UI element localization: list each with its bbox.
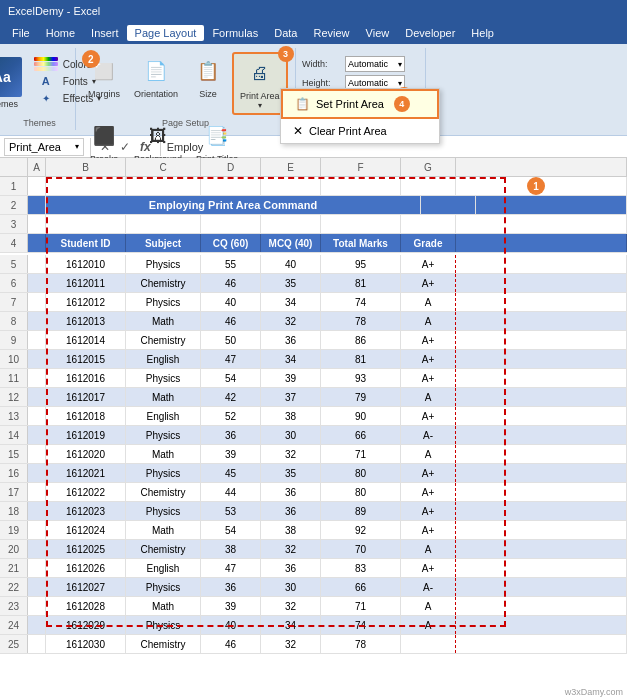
cell-subject[interactable]: Math (126, 597, 201, 615)
cell[interactable] (28, 483, 46, 501)
cell[interactable] (28, 578, 46, 596)
cell[interactable] (456, 521, 627, 539)
cell-mcq[interactable]: 32 (261, 445, 321, 463)
cell-subject[interactable]: English (126, 350, 201, 368)
cell-mcq[interactable]: 32 (261, 540, 321, 558)
col-header-subject[interactable]: Subject (126, 234, 201, 252)
cell[interactable] (28, 369, 46, 387)
cell-total[interactable]: 80 (321, 483, 401, 501)
cell-grade[interactable]: A+ (401, 407, 456, 425)
cell[interactable] (456, 616, 627, 634)
cell[interactable] (28, 196, 46, 214)
cell[interactable] (456, 559, 627, 577)
cell-grade[interactable]: A+ (401, 331, 456, 349)
cell[interactable] (456, 597, 627, 615)
cell-total[interactable]: 66 (321, 426, 401, 444)
cell-grade[interactable]: A (401, 312, 456, 330)
cell-student-id[interactable]: 1612011 (46, 274, 126, 292)
cell-total[interactable]: 81 (321, 350, 401, 368)
cell-student-id[interactable]: 1612024 (46, 521, 126, 539)
menu-data[interactable]: Data (266, 25, 305, 41)
cell-student-id[interactable]: 1612013 (46, 312, 126, 330)
cell-mcq[interactable]: 32 (261, 635, 321, 653)
cell-cq[interactable]: 46 (201, 635, 261, 653)
cell-subject[interactable]: Physics (126, 369, 201, 387)
cell-mcq[interactable]: 37 (261, 388, 321, 406)
cell-total[interactable]: 74 (321, 616, 401, 634)
cell-total[interactable]: 71 (321, 597, 401, 615)
cell[interactable] (28, 540, 46, 558)
cell-subject[interactable]: Physics (126, 578, 201, 596)
cell-grade[interactable] (401, 635, 456, 653)
menu-formulas[interactable]: Formulas (204, 25, 266, 41)
cell-cq[interactable]: 36 (201, 578, 261, 596)
cell[interactable] (321, 215, 401, 233)
col-header-student-id[interactable]: Student ID (46, 234, 126, 252)
cell-grade[interactable]: A+ (401, 255, 456, 273)
cell[interactable] (201, 177, 261, 195)
cell-cq[interactable]: 38 (201, 540, 261, 558)
cell-grade[interactable]: A- (401, 578, 456, 596)
cell-mcq[interactable]: 40 (261, 255, 321, 273)
menu-view[interactable]: View (358, 25, 398, 41)
cell-mcq[interactable]: 36 (261, 559, 321, 577)
cell[interactable] (456, 578, 627, 596)
cell[interactable] (456, 445, 627, 463)
menu-home[interactable]: Home (38, 25, 83, 41)
cell-cq[interactable]: 55 (201, 255, 261, 273)
cell-mcq[interactable]: 39 (261, 369, 321, 387)
cell[interactable] (28, 312, 46, 330)
menu-page-layout[interactable]: Page Layout (127, 25, 205, 41)
cell-subject[interactable]: Chemistry (126, 274, 201, 292)
cell[interactable] (28, 559, 46, 577)
cell[interactable] (28, 445, 46, 463)
cell-student-id[interactable]: 1612015 (46, 350, 126, 368)
menu-insert[interactable]: Insert (83, 25, 127, 41)
cell-student-id[interactable]: 1612012 (46, 293, 126, 311)
cell-total[interactable]: 95 (321, 255, 401, 273)
cell[interactable] (456, 293, 627, 311)
cell-student-id[interactable]: 1612022 (46, 483, 126, 501)
cell-mcq[interactable]: 36 (261, 502, 321, 520)
cell[interactable] (28, 274, 46, 292)
cell-student-id[interactable]: 1612028 (46, 597, 126, 615)
cell-cq[interactable]: 44 (201, 483, 261, 501)
cell-mcq[interactable]: 34 (261, 616, 321, 634)
cell-subject[interactable]: Chemistry (126, 635, 201, 653)
cell[interactable] (476, 196, 627, 214)
cell[interactable] (28, 597, 46, 615)
cell[interactable] (28, 350, 46, 368)
cell[interactable] (456, 407, 627, 425)
cell-mcq[interactable]: 35 (261, 274, 321, 292)
col-header-a[interactable]: A (28, 158, 46, 176)
set-print-area-item[interactable]: 📋 Set Print Area 4 (281, 89, 439, 119)
col-header-b[interactable]: B (46, 158, 126, 176)
cell-total[interactable]: 80 (321, 464, 401, 482)
cell[interactable] (28, 177, 46, 195)
cell-grade[interactable]: A+ (401, 274, 456, 292)
name-box[interactable]: Print_Area ▾ (4, 138, 84, 156)
cell-grade[interactable]: A (401, 445, 456, 463)
cell[interactable] (28, 388, 46, 406)
cell-total[interactable]: 78 (321, 312, 401, 330)
cell-total[interactable]: 93 (321, 369, 401, 387)
cell-subject[interactable]: Physics (126, 293, 201, 311)
cell-cq[interactable]: 54 (201, 521, 261, 539)
cell-cq[interactable]: 47 (201, 350, 261, 368)
cell-total[interactable]: 78 (321, 635, 401, 653)
cell-grade[interactable]: A+ (401, 483, 456, 501)
cell-total[interactable]: 86 (321, 331, 401, 349)
cell[interactable] (46, 215, 126, 233)
cell[interactable] (456, 483, 627, 501)
cell-subject[interactable]: Physics (126, 464, 201, 482)
cell[interactable] (456, 369, 627, 387)
cell-total[interactable]: 89 (321, 502, 401, 520)
cell[interactable] (321, 177, 401, 195)
menu-help[interactable]: Help (463, 25, 502, 41)
cell-total[interactable]: 92 (321, 521, 401, 539)
clear-print-area-item[interactable]: ✕ Clear Print Area (281, 119, 439, 143)
cell[interactable] (28, 502, 46, 520)
cell-subject[interactable]: Math (126, 521, 201, 539)
cell-subject[interactable]: English (126, 559, 201, 577)
cell-cq[interactable]: 39 (201, 445, 261, 463)
